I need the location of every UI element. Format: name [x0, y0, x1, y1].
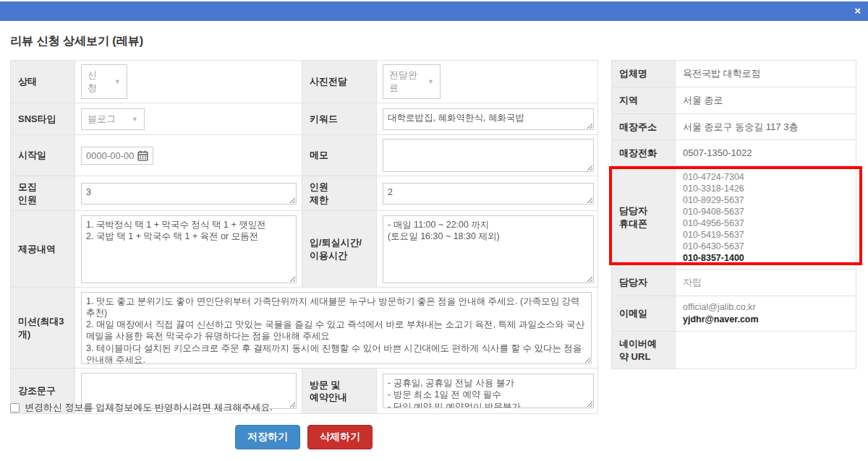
sns-type-select[interactable]: 블로그 ▼	[81, 108, 145, 130]
visit-guide-textarea[interactable]	[383, 374, 594, 408]
start-date-input[interactable]: 0000-00-00	[81, 147, 153, 165]
company-label: 업체명	[612, 61, 676, 87]
apply-to-store-info-label: 변경하신 정보를 업체정보에도 반영하시려면 체크해주세요.	[25, 401, 273, 414]
table-row: 담당자 휴대폰 010-4724-7304 010-3318-1426 010-…	[612, 166, 856, 270]
naver-reservation-url-label: 네이버예 약 URL	[612, 332, 676, 369]
table-row: 매장주소 서울 종로구 동숭길 117 3층	[612, 114, 856, 140]
address-value: 서울 종로구 동숭길 117 3층	[676, 114, 856, 140]
action-buttons: 저장하기 삭제하기	[10, 425, 597, 449]
visit-guide-label: 방문 및 예약안내	[302, 369, 377, 414]
phone-number: 010-4956-5637	[683, 217, 848, 229]
delete-button[interactable]: 삭제하기	[307, 425, 373, 449]
manager-phone-label: 담당자 휴대폰	[612, 166, 676, 270]
mission-label: 미션(최대3 개)	[11, 288, 75, 369]
photo-delivery-select-value: 전달완료	[389, 69, 419, 95]
people-limit-label: 인원 제한	[302, 176, 377, 211]
close-icon[interactable]: ×	[854, 4, 861, 17]
entry-time-label: 입/퇴실시간/ 이용시간	[302, 211, 377, 288]
table-row: 모집 인원 인원 제한	[11, 176, 598, 211]
photo-delivery-select[interactable]: 전달완료 ▼	[383, 64, 441, 99]
chevron-down-icon: ▼	[132, 116, 138, 123]
offer-details-textarea[interactable]	[81, 215, 297, 283]
table-row: 담당자 자립	[612, 270, 856, 296]
email-list: official@jalib.co.kr yjdhr@naver.com	[676, 296, 856, 332]
chevron-down-icon: ▼	[427, 78, 434, 85]
entry-time-textarea[interactable]	[383, 215, 594, 283]
sns-type-select-value: 블로그	[88, 113, 116, 126]
phone-number-primary: 010-8357-1400	[683, 252, 848, 264]
sns-type-label: SNS타입	[11, 103, 75, 135]
table-row: SNS타입 블로그 ▼ 키워드	[11, 103, 598, 135]
mission-textarea[interactable]	[81, 292, 592, 364]
memo-label: 메모	[302, 135, 377, 176]
store-phone-label: 매장전화	[612, 140, 676, 166]
email-address-primary: yjdhr@naver.com	[683, 314, 848, 326]
people-limit-textarea[interactable]	[383, 183, 594, 204]
apply-to-store-info-row: 변경하신 정보를 업체정보에도 반영하시려면 체크해주세요.	[10, 401, 273, 414]
keyword-label: 키워드	[302, 103, 377, 135]
review-detail-dialog: × 리뷰 신청 상세보기 (레뷰) 상태 신청 ▼ 사진전달 전달완료 ▼ SN…	[0, 0, 868, 461]
region-label: 지역	[612, 87, 676, 114]
photo-delivery-label: 사진전달	[302, 61, 377, 103]
store-phone-value: 0507-1350-1022	[676, 140, 856, 166]
dialog-titlebar: ×	[0, 1, 868, 21]
table-row: 이메일 official@jalib.co.kr yjdhr@naver.com	[612, 296, 856, 332]
chevron-down-icon: ▼	[114, 78, 121, 85]
phone-number: 010-3318-1426	[683, 183, 848, 194]
store-info-table: 업체명 육전국밥 대학로점 지역 서울 종로 매장주소 서울 종로구 동숭길 1…	[611, 60, 856, 369]
address-label: 매장주소	[612, 114, 676, 140]
keyword-textarea[interactable]	[383, 108, 594, 130]
manager-phone-list: 010-4724-7304 010-3318-1426 010-8929-563…	[676, 166, 856, 270]
table-row: 업체명 육전국밥 대학로점	[612, 61, 856, 87]
naver-reservation-url-value	[676, 332, 856, 369]
region-value: 서울 종로	[676, 87, 856, 114]
manager-value: 자립	[676, 270, 856, 296]
status-select-value: 신청	[88, 69, 106, 95]
recruit-count-textarea[interactable]	[81, 183, 297, 204]
phone-number: 010-9408-5637	[683, 206, 848, 217]
start-date-value: 0000-00-00	[86, 150, 135, 161]
apply-to-store-info-checkbox[interactable]	[10, 403, 20, 413]
memo-textarea[interactable]	[383, 139, 594, 172]
status-select[interactable]: 신청 ▼	[81, 64, 127, 99]
table-row: 매장전화 0507-1350-1022	[612, 140, 856, 166]
status-label: 상태	[11, 61, 75, 103]
table-row: 상태 신청 ▼ 사진전달 전달완료 ▼	[11, 61, 598, 103]
phone-number: 010-5419-5637	[683, 229, 848, 241]
phone-number: 010-8929-5637	[683, 194, 848, 206]
table-row: 미션(최대3 개)	[11, 288, 598, 369]
calendar-icon[interactable]	[137, 150, 148, 161]
table-row: 지역 서울 종로	[612, 87, 856, 114]
email-address: official@jalib.co.kr	[683, 301, 848, 314]
save-button[interactable]: 저장하기	[235, 425, 300, 449]
table-row: 네이버예 약 URL	[612, 332, 856, 369]
recruit-count-label: 모집 인원	[11, 176, 75, 211]
table-row: 제공내역 입/퇴실시간/ 이용시간	[11, 211, 598, 288]
table-row: 시작일 0000-00-00 메모	[11, 135, 598, 176]
review-form-table: 상태 신청 ▼ 사진전달 전달완료 ▼ SNS타입 블로그 ▼	[10, 60, 598, 414]
page-title: 리뷰 신청 상세보기 (레뷰)	[10, 34, 143, 49]
email-label: 이메일	[612, 296, 676, 332]
company-value: 육전국밥 대학로점	[676, 61, 856, 87]
phone-number: 010-4724-7304	[683, 171, 848, 183]
start-date-label: 시작일	[11, 135, 75, 176]
phone-number: 010-6430-5637	[683, 241, 848, 252]
offer-details-label: 제공내역	[11, 211, 75, 288]
manager-label: 담당자	[612, 270, 676, 296]
